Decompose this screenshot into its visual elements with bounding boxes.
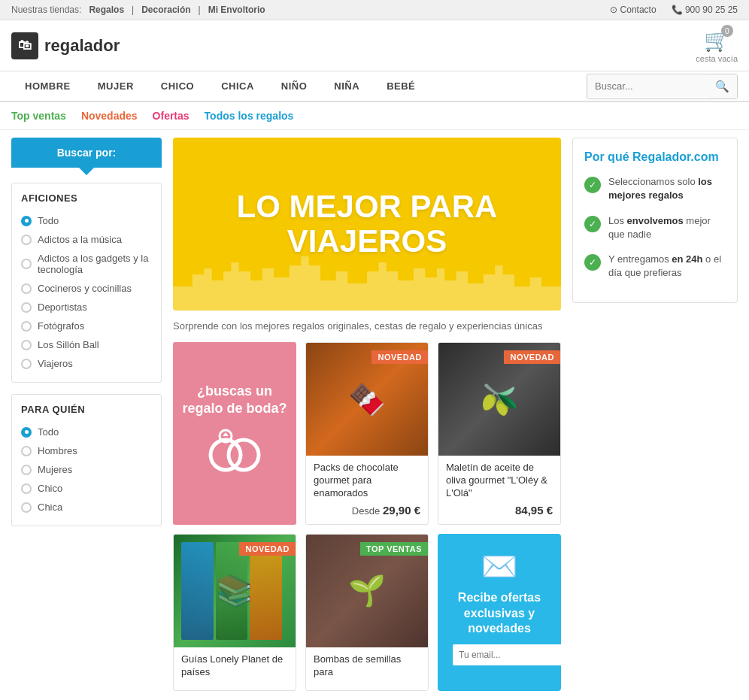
nav-regalos[interactable]: Regalos [89,5,124,15]
olive-info: Maletín de aceite de oliva gourmet "L'Ol… [438,456,560,524]
hero-banner[interactable]: LO MEJOR PARA VIAJEROS [173,138,561,311]
wedding-image: ¿buscas un regalo de boda? [173,342,296,525]
olive-name: Maletín de aceite de oliva gourmet "L'Ol… [446,462,553,500]
product-olive[interactable]: 🫒 NOVEDAD Maletín de aceite de oliva gou… [438,342,561,525]
search-button[interactable]: 🔍 [708,74,737,98]
contact-link[interactable]: ⊙ Contacto [610,5,656,15]
newsletter-title: Recibe ofertas exclusivas y novedades [453,590,546,637]
para-quien-hombres[interactable]: Hombres [21,441,152,460]
radio-aficion-musica [21,235,32,245]
filter-tabs: Top ventas Novedades Ofertas Todos los r… [0,102,749,130]
main-content: LO MEJOR PARA VIAJEROS Sorprende con los… [173,138,561,691]
logo-text: regalador [44,36,120,56]
tab-top-ventas[interactable]: Top ventas [11,110,66,122]
chocolate-badge: NOVEDAD [371,350,428,364]
cart-badge: 0 [721,25,733,37]
svg-point-1 [229,440,259,470]
svg-point-0 [211,440,241,470]
product-japan[interactable]: 📚 NOVEDAD Guías Lonely Planet de países [173,534,296,691]
nav-hombre[interactable]: HOMBRE [11,71,84,101]
aficion-fotografos[interactable]: Fotógrafos [21,317,152,335]
aficiones-section: AFICIONES Todo Adictos a la música Adict… [11,183,162,383]
newsletter-card: ✉️ Recibe ofertas exclusivas y novedades… [438,534,561,691]
nav-decoracion[interactable]: Decoración [141,5,190,15]
search-box: 🔍 [587,74,738,99]
check-icon-3: ✓ [584,254,601,271]
logo[interactable]: 🛍 regalador [11,32,120,59]
newsletter-email-input[interactable] [453,644,561,665]
nav-nina[interactable]: NIÑA [320,71,373,101]
aficion-deportistas[interactable]: Deportistas [21,298,152,317]
olive-price: 84,95 € [446,504,553,517]
nav-envoltorio[interactable]: Mi Envoltorio [208,5,265,15]
check-icon-2: ✓ [584,216,601,232]
tab-todos[interactable]: Todos los regalos [205,110,294,122]
radio-para-mujeres [21,465,32,475]
newsletter-icon: ✉️ [453,549,546,584]
product-chocolate[interactable]: 🍫 NOVEDAD Packs de chocolate gourmet par… [305,342,429,525]
nav-bebe[interactable]: BEBÉ [373,71,429,101]
svg-marker-3 [223,432,229,436]
top-bar-left: Nuestras tiendas: Regalos | Decoración |… [11,5,265,15]
nav-mujer[interactable]: MUJER [84,71,147,101]
chocolate-name: Packs de chocolate gourmet para enamorad… [314,462,420,500]
aficion-todo[interactable]: Todo [21,211,152,230]
phone-icon: 📞 [672,5,683,15]
aficion-musica[interactable]: Adictos a la música [21,230,152,249]
top-bar-right: ⊙ Contacto 📞 900 90 25 25 [610,5,738,15]
para-quien-chico[interactable]: Chico [21,479,152,498]
japan-info: Guías Lonely Planet de países [174,647,296,690]
product-wedding[interactable]: ¿buscas un regalo de boda? [173,342,296,525]
olive-icon: 🫒 [481,382,518,417]
seeds-name: Bombas de semillas para [314,653,420,679]
why-text-1: Seleccionamos solo los mejores regalos [608,175,726,202]
aficiones-title: AFICIONES [21,192,152,204]
buscar-por-button[interactable]: Buscar por: [11,138,162,168]
why-item-1: ✓ Seleccionamos solo los mejores regalos [584,175,726,202]
header: 🛍 regalador 🛒 0 cesta vacía [0,20,749,71]
main-nav: HOMBRE MUJER CHICO CHICA NIÑO NIÑA BEBÉ … [0,71,749,102]
hero-text: LO MEJOR PARA VIAJEROS [237,189,498,259]
wedding-text: ¿buscas un regalo de boda? [182,383,287,418]
para-quien-section: PARA QUIÉN Todo Hombres Mujeres Chico Ch… [11,394,162,526]
radio-para-chico [21,483,32,494]
para-quien-mujeres[interactable]: Mujeres [21,460,152,479]
wedding-content: ¿buscas un regalo de boda? [182,383,287,485]
tab-ofertas[interactable]: Ofertas [153,110,190,122]
japan-badge: NOVEDAD [239,542,296,556]
why-text-2: Los envolvemos mejor que nadie [608,214,726,241]
nav-chico[interactable]: CHICO [147,71,208,101]
chocolate-icon: 🍫 [348,382,386,417]
aficion-sillon-ball[interactable]: Los Sillón Ball [21,335,152,354]
why-box: Por qué Regalador.com ✓ Seleccionamos so… [572,138,738,303]
nav-nino[interactable]: NIÑO [268,71,321,101]
para-quien-title: PARA QUIÉN [21,404,152,415]
japan-name: Guías Lonely Planet de países [181,653,288,679]
olive-badge: NOVEDAD [504,350,560,364]
phone-link[interactable]: 📞 900 90 25 25 [672,5,738,15]
para-quien-todo[interactable]: Todo [21,423,152,441]
products-grid: ¿buscas un regalo de boda? [173,342,561,690]
aficion-cocineros[interactable]: Cocineros y cocinillas [21,279,152,298]
newsletter-form: Enviar [453,644,546,665]
why-item-2: ✓ Los envolvemos mejor que nadie [584,214,726,241]
aficion-viajeros[interactable]: Viajeros [21,354,152,373]
subtitle-text: Sorprende con los mejores regalos origin… [173,320,561,333]
stores-label: Nuestras tiendas: [11,5,81,15]
para-quien-chica[interactable]: Chica [21,498,152,517]
cart-area[interactable]: 🛒 0 cesta vacía [696,28,738,63]
chocolate-info: Packs de chocolate gourmet para enamorad… [306,456,428,524]
radio-aficion-fotografos [21,321,32,332]
why-item-3: ✓ Y entregamos en 24h o el día que prefi… [584,253,726,280]
radio-aficion-deportistas [21,302,32,313]
radio-aficion-gadgets [21,259,32,269]
top-bar: Nuestras tiendas: Regalos | Decoración |… [0,0,749,20]
aficion-gadgets[interactable]: Adictos a los gadgets y la tecnología [21,249,152,279]
why-text-3: Y entregamos en 24h o el día que prefier… [608,253,726,280]
search-input[interactable] [587,75,708,97]
logo-icon: 🛍 [11,32,38,59]
tab-novedades[interactable]: Novedades [81,110,138,122]
nav-chica[interactable]: CHICA [208,71,268,101]
content-area: Buscar por: AFICIONES Todo Adictos a la … [0,130,749,698]
product-seeds[interactable]: 🌱 TOP VENTAS Bombas de semillas para [305,534,429,691]
